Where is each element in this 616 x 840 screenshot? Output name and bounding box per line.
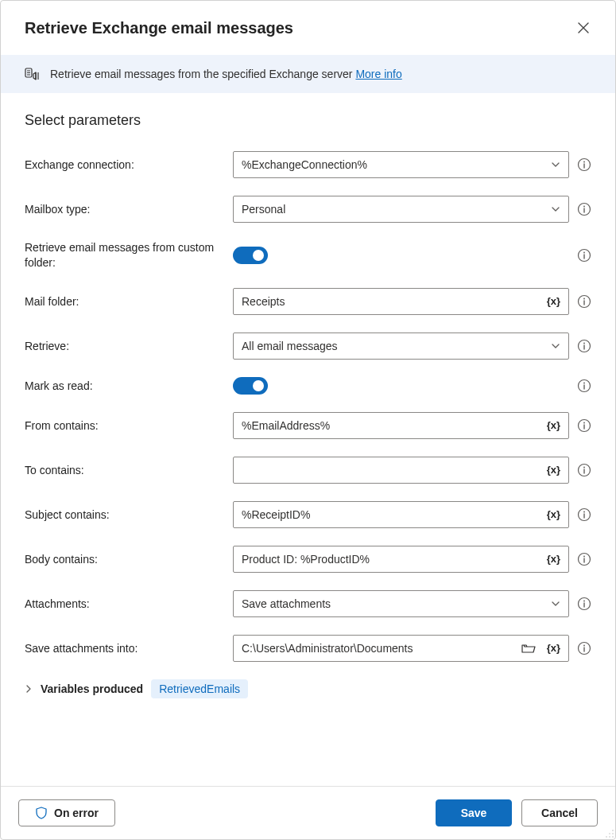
input-from-contains[interactable]: %EmailAddress% {x} xyxy=(233,412,569,439)
info-banner: Retrieve email messages from the specifi… xyxy=(1,55,615,93)
input-mail-folder[interactable]: Receipts {x} xyxy=(233,288,569,315)
svg-point-10 xyxy=(583,342,585,344)
label-subject-contains: Subject contains: xyxy=(25,508,223,521)
insert-variable-button[interactable]: {x} xyxy=(542,553,560,565)
svg-point-27 xyxy=(612,833,614,834)
svg-point-20 xyxy=(583,555,585,557)
chevron-right-icon xyxy=(25,685,33,693)
svg-point-12 xyxy=(583,382,585,383)
chevron-down-icon xyxy=(551,204,560,214)
info-icon[interactable] xyxy=(577,463,591,477)
info-icon[interactable] xyxy=(577,641,591,655)
svg-point-24 xyxy=(583,644,585,646)
svg-point-28 xyxy=(606,836,607,838)
svg-point-6 xyxy=(583,251,585,253)
save-button[interactable]: Save xyxy=(436,799,512,826)
info-icon[interactable] xyxy=(577,552,591,566)
row-body-contains: Body contains: Product ID: %ProductID% {… xyxy=(25,546,591,573)
info-icon[interactable] xyxy=(577,248,591,262)
on-error-button[interactable]: On error xyxy=(18,799,115,826)
info-icon[interactable] xyxy=(577,508,591,522)
dialog-title: Retrieve Exchange email messages xyxy=(25,19,293,37)
label-retrieve: Retrieve: xyxy=(25,340,223,352)
shield-icon xyxy=(35,807,48,819)
insert-variable-button[interactable]: {x} xyxy=(542,464,560,476)
row-exchange-connection: Exchange connection: %ExchangeConnection… xyxy=(25,151,591,178)
select-mailbox-type[interactable]: Personal xyxy=(233,196,569,223)
toggle-mark-as-read[interactable] xyxy=(233,377,268,395)
svg-point-18 xyxy=(583,511,585,512)
info-icon[interactable] xyxy=(577,418,591,433)
label-body-contains: Body contains: xyxy=(25,553,223,566)
info-icon[interactable] xyxy=(577,339,591,353)
variable-chip-retrievedemails[interactable]: RetrievedEmails xyxy=(151,679,248,698)
dialog: Retrieve Exchange email messages Retriev… xyxy=(0,0,616,840)
svg-point-29 xyxy=(609,836,610,838)
row-custom-folder-toggle: Retrieve email messages from custom fold… xyxy=(25,240,591,270)
svg-point-4 xyxy=(583,206,585,208)
insert-variable-button[interactable]: {x} xyxy=(542,295,560,307)
chevron-down-icon xyxy=(551,599,560,609)
label-mail-folder: Mail folder: xyxy=(25,295,223,308)
label-mailbox-type: Mailbox type: xyxy=(25,203,223,216)
info-icon[interactable] xyxy=(577,202,591,216)
more-info-link[interactable]: More info xyxy=(355,68,401,80)
svg-point-30 xyxy=(612,836,614,838)
action-icon xyxy=(25,66,41,82)
row-mailbox-type: Mailbox type: Personal xyxy=(25,196,591,223)
chevron-down-icon xyxy=(551,160,560,169)
input-save-into[interactable]: C:\Users\Administrator\Documents {x} xyxy=(233,635,569,662)
insert-variable-button[interactable]: {x} xyxy=(542,508,560,520)
label-exchange-connection: Exchange connection: xyxy=(25,158,223,171)
svg-point-26 xyxy=(609,833,610,834)
info-icon[interactable] xyxy=(577,294,591,309)
section-title: Select parameters xyxy=(25,112,591,129)
svg-point-22 xyxy=(583,600,585,601)
dialog-footer: On error Save Cancel xyxy=(1,786,615,839)
label-mark-as-read: Mark as read: xyxy=(25,379,223,392)
input-to-contains[interactable]: {x} xyxy=(233,457,569,484)
select-retrieve[interactable]: All email messages xyxy=(233,332,569,360)
label-save-into: Save attachments into: xyxy=(25,642,223,655)
chevron-down-icon xyxy=(551,341,560,351)
svg-point-8 xyxy=(583,298,585,299)
label-attachments: Attachments: xyxy=(25,597,223,610)
row-mail-folder: Mail folder: Receipts {x} xyxy=(25,288,591,315)
row-to-contains: To contains: {x} xyxy=(25,457,591,484)
row-from-contains: From contains: %EmailAddress% {x} xyxy=(25,412,591,439)
dialog-header: Retrieve Exchange email messages xyxy=(1,1,615,55)
svg-point-16 xyxy=(583,466,585,468)
svg-point-2 xyxy=(583,161,585,163)
input-body-contains[interactable]: Product ID: %ProductID% {x} xyxy=(233,546,569,573)
input-subject-contains[interactable]: %ReceiptID% {x} xyxy=(233,501,569,528)
insert-variable-button[interactable]: {x} xyxy=(542,419,560,431)
close-icon xyxy=(578,22,589,33)
info-icon[interactable] xyxy=(577,158,591,172)
label-custom-folder: Retrieve email messages from custom fold… xyxy=(25,240,223,270)
close-button[interactable] xyxy=(571,15,596,41)
row-subject-contains: Subject contains: %ReceiptID% {x} xyxy=(25,501,591,528)
variables-produced-label: Variables produced xyxy=(41,682,143,695)
info-icon[interactable] xyxy=(577,379,591,393)
toggle-custom-folder[interactable] xyxy=(233,247,268,264)
label-to-contains: To contains: xyxy=(25,464,223,476)
resize-grip-icon[interactable] xyxy=(605,829,614,838)
row-attachments: Attachments: Save attachments xyxy=(25,590,591,617)
select-attachments[interactable]: Save attachments xyxy=(233,590,569,617)
insert-variable-button[interactable]: {x} xyxy=(542,642,560,654)
svg-point-14 xyxy=(583,422,585,423)
row-retrieve: Retrieve: All email messages xyxy=(25,332,591,360)
row-save-into: Save attachments into: C:\Users\Administ… xyxy=(25,635,591,662)
info-icon[interactable] xyxy=(577,597,591,611)
row-mark-as-read: Mark as read: xyxy=(25,377,591,395)
select-exchange-connection[interactable]: %ExchangeConnection% xyxy=(233,151,569,178)
cancel-button[interactable]: Cancel xyxy=(521,799,598,826)
browse-folder-icon[interactable] xyxy=(521,643,536,654)
label-from-contains: From contains: xyxy=(25,419,223,432)
svg-point-25 xyxy=(612,830,614,831)
variables-produced-row[interactable]: Variables produced RetrievedEmails xyxy=(25,679,591,698)
info-banner-text: Retrieve email messages from the specifi… xyxy=(50,68,402,80)
content: Select parameters Exchange connection: %… xyxy=(1,93,615,786)
